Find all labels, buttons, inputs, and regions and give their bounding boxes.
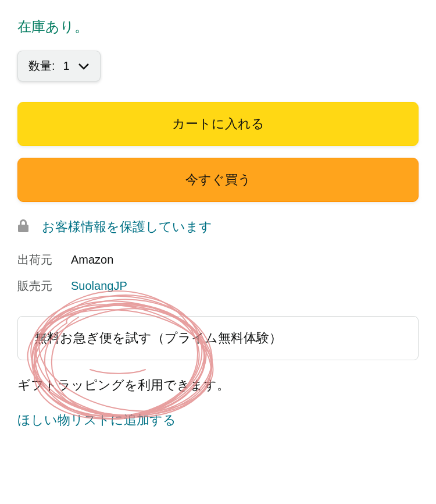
- stock-status: 在庫あり。: [17, 17, 419, 36]
- prime-trial-button[interactable]: 無料お急ぎ便を試す（プライム無料体験）: [17, 316, 419, 360]
- chevron-down-icon: [78, 62, 90, 70]
- sold-by-label: 販売元: [17, 278, 59, 294]
- ships-from-label: 出荷元: [17, 252, 59, 268]
- svg-point-6: [24, 294, 214, 432]
- buy-now-button[interactable]: 今すぐ買う: [17, 158, 419, 202]
- secure-transaction-row: お客様情報を保護しています: [17, 218, 419, 236]
- sold-by-row: 販売元 SuolangJP: [17, 278, 419, 294]
- sold-by-link[interactable]: SuolangJP: [71, 279, 127, 293]
- quantity-label: 数量:: [28, 58, 55, 74]
- gift-wrap-text: ギフトラッピングを利用できます。: [17, 377, 419, 394]
- lock-icon: [17, 219, 29, 235]
- quantity-value: 1: [63, 59, 70, 73]
- wishlist-link[interactable]: ほしい物リストに追加する: [17, 413, 176, 427]
- quantity-selector[interactable]: 数量: 1: [17, 51, 101, 81]
- ships-from-value: Amazon: [71, 253, 113, 267]
- svg-point-8: [29, 296, 205, 425]
- ships-from-row: 出荷元 Amazon: [17, 252, 419, 268]
- add-to-cart-button[interactable]: カートに入れる: [17, 102, 419, 146]
- secure-transaction-link[interactable]: お客様情報を保護しています: [42, 218, 212, 236]
